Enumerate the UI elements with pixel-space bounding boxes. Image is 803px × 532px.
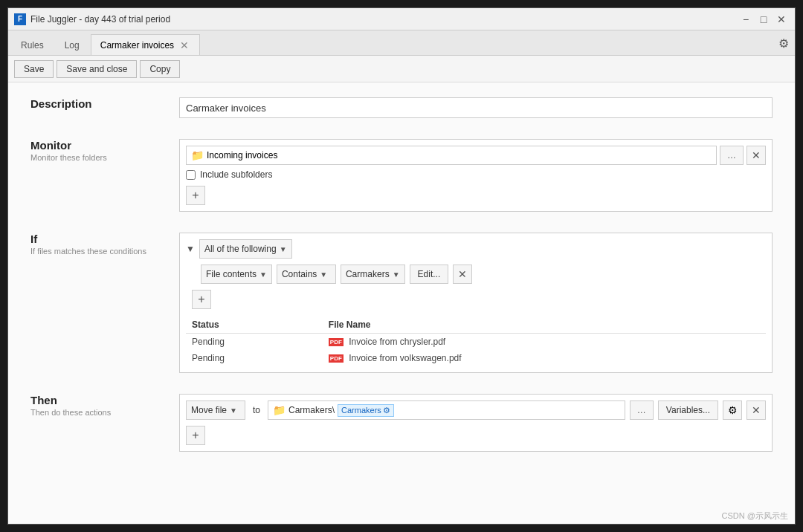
if-heading: If <box>30 233 179 245</box>
if-content: ▼ All of the following ▼ File contents ▼… <box>179 233 773 373</box>
file-contents-label: File contents <box>206 269 257 279</box>
monitor-section: Monitor Monitor these folders 📁 Incoming… <box>30 139 773 212</box>
dest-folder-icon: 📁 <box>273 404 286 416</box>
app-icon: F <box>14 13 26 25</box>
destination-input[interactable]: 📁 Carmakers\ Carmakers ⚙ <box>268 400 625 420</box>
if-section: If If files matches these conditions ▼ A… <box>30 233 773 373</box>
row2-filename: PDF Invoice from volkswagen.pdf <box>323 350 766 366</box>
contains-select[interactable]: Contains ▼ <box>277 265 336 284</box>
col-filename: File Name <box>323 317 766 334</box>
pdf-icon-2: PDF <box>329 354 344 363</box>
tab-log-label: Log <box>65 40 80 51</box>
remove-condition-button[interactable]: ✕ <box>453 265 472 284</box>
settings-icon[interactable]: ⚙ <box>778 36 789 51</box>
collapse-icon[interactable]: ▼ <box>186 244 195 254</box>
tab-rules-label: Rules <box>21 40 44 51</box>
add-action-button[interactable]: + <box>186 426 205 445</box>
file-contents-chevron: ▼ <box>259 270 267 279</box>
title-bar-text: File Juggler - day 443 of trial period <box>30 14 738 25</box>
include-subfolders-row: Include subfolders <box>186 169 766 180</box>
monitor-folder-row: 📁 Incoming invoices … ✕ <box>186 146 766 165</box>
tab-bar: Rules Log Carmaker invoices ✕ ⚙ <box>8 30 795 56</box>
match-type-label: All of the following <box>204 244 277 254</box>
add-folder-button[interactable]: + <box>186 186 205 205</box>
folder-path-text: Incoming invoices <box>207 150 277 160</box>
include-subfolders-label: Include subfolders <box>200 169 272 180</box>
minimize-button[interactable]: − <box>738 12 753 27</box>
match-type-chevron: ▼ <box>280 245 287 253</box>
maximize-button[interactable]: □ <box>756 12 771 27</box>
row1-filename: PDF Invoice from chrysler.pdf <box>323 334 766 351</box>
then-action-row: Move file ▼ to 📁 Carmakers\ Carmakers ⚙ <box>186 400 766 420</box>
if-label-area: If If files matches these conditions <box>30 233 179 256</box>
description-content <box>179 97 773 118</box>
col-status: Status <box>186 317 323 334</box>
action-settings-button[interactable]: ⚙ <box>723 400 742 420</box>
tab-active-label: Carmaker invoices <box>100 40 174 51</box>
table-row: Pending PDF Invoice from chrysler.pdf <box>186 334 766 351</box>
match-type-select[interactable]: All of the following ▼ <box>199 239 292 259</box>
window-controls: − □ ✕ <box>738 12 789 27</box>
carmakers-tag: Carmakers ⚙ <box>338 404 394 417</box>
to-label: to <box>250 405 263 415</box>
folder-icon: 📁 <box>191 149 204 161</box>
row1-filename-text: Invoice from chrysler.pdf <box>349 337 445 347</box>
remove-folder-button[interactable]: ✕ <box>746 146 766 165</box>
dest-browse-button[interactable]: … <box>630 400 654 420</box>
carmakers-chevron: ▼ <box>393 270 400 279</box>
carmakers-select[interactable]: Carmakers ▼ <box>341 265 405 284</box>
row1-status: Pending <box>186 334 323 351</box>
file-contents-select[interactable]: File contents ▼ <box>201 265 272 284</box>
if-box: ▼ All of the following ▼ File contents ▼… <box>179 233 773 373</box>
contains-chevron: ▼ <box>320 270 327 279</box>
description-section: Description <box>30 97 773 118</box>
remove-action-button[interactable]: ✕ <box>746 400 766 420</box>
browse-button[interactable]: … <box>720 146 744 165</box>
carmakers-tag-text: Carmakers <box>341 406 381 415</box>
tab-close-icon[interactable]: ✕ <box>178 39 190 51</box>
close-button[interactable]: ✕ <box>774 12 789 27</box>
condition-row: File contents ▼ Contains ▼ Carmakers ▼ E… <box>201 265 766 284</box>
monitor-subheading: Monitor these folders <box>30 153 179 162</box>
then-content: Move file ▼ to 📁 Carmakers\ Carmakers ⚙ <box>179 394 773 452</box>
tab-log[interactable]: Log <box>55 34 89 55</box>
move-file-label: Move file <box>191 405 227 415</box>
edit-button[interactable]: Edit... <box>410 265 449 284</box>
monitor-box: 📁 Incoming invoices … ✕ Include subfolde… <box>179 139 773 212</box>
watermark: CSDN @示风示生 <box>722 510 788 522</box>
row2-filename-text: Invoice from volkswagen.pdf <box>349 353 461 363</box>
carmakers-label: Carmakers <box>346 269 390 279</box>
dest-prefix-text: Carmakers\ <box>288 405 335 415</box>
tab-active[interactable]: Carmaker invoices ✕ <box>91 34 200 55</box>
if-subheading: If files matches these conditions <box>30 247 179 256</box>
then-heading: Then <box>30 394 179 406</box>
description-label-area: Description <box>30 97 179 111</box>
results-table: Status File Name Pending PDF Invoice fro… <box>186 317 766 366</box>
move-file-chevron: ▼ <box>230 406 237 415</box>
monitor-heading: Monitor <box>30 139 179 152</box>
monitor-folder-input[interactable]: 📁 Incoming invoices <box>186 146 717 165</box>
include-subfolders-checkbox[interactable] <box>186 170 196 180</box>
then-label-area: Then Then do these actions <box>30 394 179 417</box>
variables-button[interactable]: Variables... <box>658 400 718 420</box>
then-section: Then Then do these actions Move file ▼ t… <box>30 394 773 452</box>
row2-status: Pending <box>186 350 323 366</box>
save-close-button[interactable]: Save and close <box>57 60 137 78</box>
then-subheading: Then do these actions <box>30 408 179 417</box>
table-row: Pending PDF Invoice from volkswagen.pdf <box>186 350 766 366</box>
move-file-select[interactable]: Move file ▼ <box>186 400 245 420</box>
add-condition-button[interactable]: + <box>192 290 211 309</box>
monitor-content: 📁 Incoming invoices … ✕ Include subfolde… <box>179 139 773 212</box>
toolbar: Save Save and close Copy <box>8 56 795 82</box>
condition-header: ▼ All of the following ▼ <box>186 239 766 259</box>
save-button[interactable]: Save <box>14 60 54 78</box>
carmakers-tag-icon: ⚙ <box>383 406 390 415</box>
monitor-label-area: Monitor Monitor these folders <box>30 139 179 162</box>
then-box: Move file ▼ to 📁 Carmakers\ Carmakers ⚙ <box>179 394 773 452</box>
contains-label: Contains <box>282 269 317 279</box>
copy-button[interactable]: Copy <box>140 60 180 78</box>
pdf-icon-1: PDF <box>329 338 344 346</box>
description-input[interactable] <box>179 97 773 118</box>
tab-rules[interactable]: Rules <box>11 34 54 55</box>
main-window: F File Juggler - day 443 of trial period… <box>7 7 796 525</box>
